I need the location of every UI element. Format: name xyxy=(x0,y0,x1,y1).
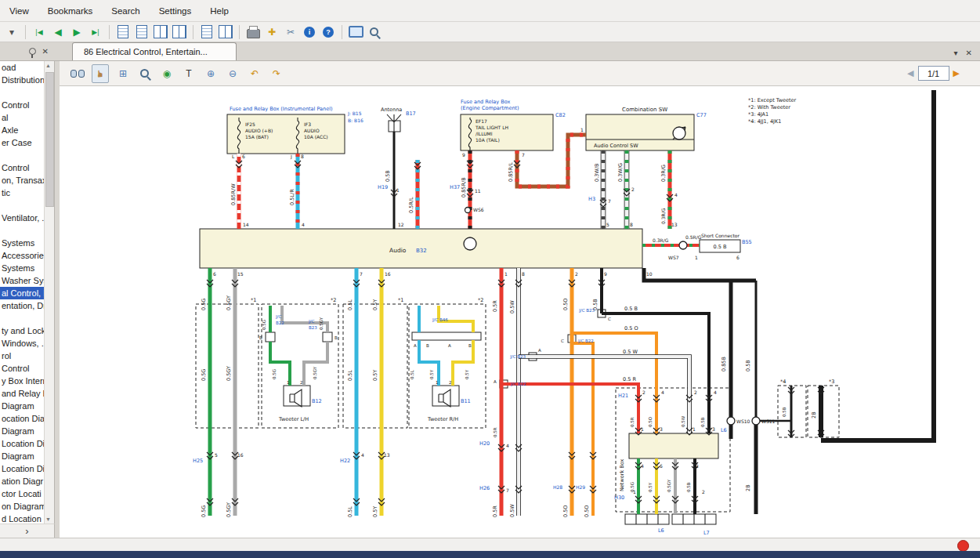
help-button-icon: ? xyxy=(323,27,334,38)
bookmark-item[interactable] xyxy=(0,149,45,161)
document-info-button[interactable]: i xyxy=(301,24,318,40)
zoom-out-button[interactable]: ⊖ xyxy=(224,66,241,82)
bookmark-item[interactable]: Diagram xyxy=(0,450,45,462)
redo-button[interactable]: ↷ xyxy=(268,66,285,82)
bookmark-item[interactable]: Diagram xyxy=(0,400,45,412)
hand-tool-button[interactable]: ☛ xyxy=(92,64,109,83)
document-canvas[interactable] xyxy=(60,86,980,538)
bookmarks-list: oadDistributionControlalAxleer CaseContr… xyxy=(0,61,45,524)
bookmark-item[interactable]: entation, Dr xyxy=(0,299,45,312)
bookmark-item[interactable]: Control xyxy=(0,99,45,111)
bookmark-item[interactable] xyxy=(0,224,45,237)
first-page-button[interactable]: |◀ xyxy=(31,24,48,40)
bookmark-item[interactable]: ty and Lock xyxy=(0,324,45,337)
bookmark-item[interactable]: on, Transax xyxy=(0,174,45,187)
snapshot-tool-button[interactable]: ✂ xyxy=(282,24,299,40)
menu-search[interactable]: Search xyxy=(102,0,149,21)
bookmarks-scrollbar[interactable]: ▲ ▼ xyxy=(44,61,54,524)
menu-help[interactable]: Help xyxy=(201,0,238,21)
bookmark-item[interactable]: rol xyxy=(0,350,45,362)
next-view-button[interactable]: ▶ xyxy=(68,24,85,40)
export-button[interactable]: ✚ xyxy=(263,24,280,40)
help-button[interactable]: ? xyxy=(320,24,337,40)
bookmarks-panel-header: ✕ xyxy=(0,42,55,61)
bookmark-item[interactable]: d Location xyxy=(0,513,45,524)
bookmark-item[interactable]: al Control, E xyxy=(0,287,45,299)
menu-bookmarks[interactable]: Bookmarks xyxy=(38,0,103,21)
print-button-icon xyxy=(247,29,260,38)
bookmark-item[interactable]: er Case xyxy=(0,136,45,149)
page-navigation: ◀ 1/1 ▶ xyxy=(907,66,980,81)
menu-settings[interactable]: Settings xyxy=(150,0,201,21)
zoom-in-button[interactable]: ⊕ xyxy=(202,66,219,82)
zoom-marquee-button[interactable]: ⊞ xyxy=(114,66,132,82)
bookmark-item[interactable]: Accessorie xyxy=(0,249,45,262)
bookmark-item[interactable]: on Diagram xyxy=(0,500,45,513)
bookmark-item[interactable] xyxy=(0,199,45,212)
scrollbar-thumb[interactable] xyxy=(45,72,54,207)
bookmark-item[interactable]: ation Diagr xyxy=(0,475,45,487)
scroll-up-icon[interactable]: ▲ xyxy=(45,63,51,68)
toolbar-separator xyxy=(193,25,193,39)
bookmark-item[interactable]: Windows, . xyxy=(0,337,45,350)
screen-capture-button[interactable] xyxy=(347,24,364,40)
bookmark-item[interactable]: tic xyxy=(0,187,45,199)
web-search-button[interactable] xyxy=(366,24,383,40)
continuous-facing-view-button[interactable] xyxy=(171,24,188,40)
record-indicator[interactable] xyxy=(957,540,969,552)
undo-button[interactable]: ↶ xyxy=(246,66,263,82)
close-document-button[interactable]: ✕ xyxy=(966,49,972,57)
bookmark-item[interactable]: Location Dia xyxy=(0,437,45,450)
bookmark-item[interactable]: al xyxy=(0,111,45,124)
bookmark-item[interactable]: Distribution xyxy=(0,74,45,86)
panel-splitter[interactable] xyxy=(55,61,60,538)
pin-panel-icon[interactable] xyxy=(29,48,36,55)
fit-width-button[interactable] xyxy=(217,24,234,40)
continuous-view-button[interactable] xyxy=(133,24,150,40)
menu-view[interactable]: View xyxy=(0,0,38,21)
zoom-dynamic-button[interactable] xyxy=(136,66,154,82)
bookmark-item[interactable]: Axle xyxy=(0,124,45,136)
fit-page-button-icon xyxy=(201,25,212,38)
bookmark-item[interactable]: ocation Dia xyxy=(0,412,45,425)
zoom-dynamic-button-icon xyxy=(139,67,151,80)
bookmark-item[interactable]: y Box Intern xyxy=(0,375,45,387)
current-page-dropdown[interactable]: ▾ xyxy=(3,24,20,40)
toolbar-separator xyxy=(342,25,342,39)
bookmark-item[interactable]: Systems xyxy=(0,262,45,274)
bookmark-item[interactable]: Washer Sys xyxy=(0,274,45,287)
toolbar-separator xyxy=(109,25,110,39)
previous-page-arrow[interactable]: ◀ xyxy=(907,68,913,78)
bookmark-item[interactable]: ctor Locati xyxy=(0,487,45,500)
expand-sidebar-icon[interactable]: › xyxy=(25,525,28,537)
previous-view-button[interactable]: ◀ xyxy=(49,24,67,40)
screen-capture-button-icon xyxy=(349,26,363,38)
close-panel-button[interactable]: ✕ xyxy=(42,47,49,56)
search-document-button[interactable] xyxy=(69,66,86,82)
bookmark-item[interactable]: oad xyxy=(0,61,45,74)
document-info-button-icon: i xyxy=(304,27,315,38)
bookmark-item[interactable]: Ventilator, . xyxy=(0,212,45,224)
fit-page-button[interactable] xyxy=(198,24,215,40)
bookmark-item[interactable]: Diagram xyxy=(0,425,45,437)
print-button[interactable] xyxy=(244,24,262,40)
next-page-arrow[interactable]: ▶ xyxy=(953,68,960,78)
tab-bar: 86 Electrical Control, Entertain... ▾ ✕ xyxy=(55,42,980,61)
single-page-view-button[interactable] xyxy=(114,24,132,40)
bookmark-item[interactable]: Control xyxy=(0,161,45,174)
scroll-down-icon[interactable]: ▼ xyxy=(45,516,51,522)
bookmark-item[interactable]: Location Di xyxy=(0,462,45,475)
select-text-button[interactable]: T xyxy=(180,66,197,82)
page-indicator[interactable]: 1/1 xyxy=(918,66,949,81)
facing-pages-view-button[interactable] xyxy=(152,24,169,40)
last-page-button[interactable]: ▶| xyxy=(87,24,104,40)
tab-title: 86 Electrical Control, Entertain... xyxy=(84,47,208,56)
tab-list-dropdown-icon[interactable]: ▾ xyxy=(954,49,958,57)
bookmark-item[interactable] xyxy=(0,312,45,324)
document-tab[interactable]: 86 Electrical Control, Entertain... xyxy=(72,42,237,60)
bookmark-item[interactable]: Systems xyxy=(0,237,45,249)
bookmark-item[interactable]: and Relay B xyxy=(0,387,45,400)
bookmark-item[interactable] xyxy=(0,86,45,99)
bookmark-item[interactable]: Control xyxy=(0,362,45,375)
loupe-tool-button[interactable]: ◉ xyxy=(158,66,175,82)
